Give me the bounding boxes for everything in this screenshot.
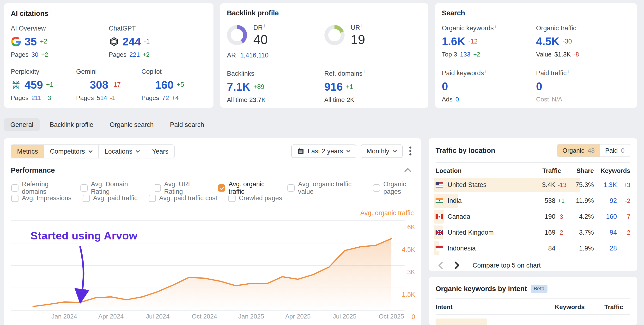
paid-traffic-label-text: Paid traffic	[536, 70, 567, 77]
perplexity-icon	[11, 80, 21, 90]
years-button[interactable]: Years	[146, 145, 174, 158]
next-page-button[interactable]	[452, 261, 462, 270]
chevron-down-icon	[346, 150, 350, 153]
ar-value-link[interactable]: 1,416,110	[240, 52, 268, 59]
ai-metrics-row-2: Perplexity 459 +1 Pages	[11, 68, 207, 102]
ref-domains-value[interactable]: 916	[324, 80, 343, 93]
paid-toggle-button[interactable]: Paid0	[600, 144, 630, 156]
share-cell: 75.3%	[571, 181, 594, 189]
keywords-cell[interactable]: 160	[594, 213, 617, 220]
checkbox-label: Avg. URL Rating	[164, 181, 207, 195]
metric-checkbox[interactable]: Avg. URL Rating	[154, 181, 207, 195]
organic-keywords-value[interactable]: 1.6K	[442, 35, 465, 48]
share-cell: 3.7%	[571, 229, 594, 236]
ai-metric-value[interactable]: 459	[24, 78, 43, 91]
organic-keywords-block: Organic keywordsi 1.6K -12 Top 3 133 +2	[442, 24, 536, 58]
metric-checkbox[interactable]: Avg. organic traffic value	[288, 181, 362, 195]
value-amount: $1.3K	[554, 51, 571, 58]
checkbox[interactable]	[154, 184, 161, 192]
checkbox[interactable]	[11, 184, 18, 192]
metric-checkbox[interactable]: Referring domains	[11, 181, 70, 195]
organic-toggle-button[interactable]: Organic48	[557, 144, 600, 156]
checkbox[interactable]	[82, 195, 90, 202]
pages-value[interactable]: 211	[32, 94, 41, 102]
country-flag-icon	[436, 182, 443, 187]
competitors-button[interactable]: Competitors	[44, 145, 98, 158]
ai-metric-label: AI Overview	[11, 25, 109, 32]
info-icon: i	[485, 69, 486, 74]
checkbox[interactable]	[373, 184, 380, 192]
backlinks-value[interactable]: 7.1K	[227, 80, 250, 93]
keywords-cell[interactable]: 94	[594, 229, 617, 236]
top3-value[interactable]: 133	[460, 51, 470, 58]
checkbox[interactable]	[218, 184, 225, 192]
locations-button[interactable]: Locations	[98, 145, 146, 158]
pages-label: Pages	[11, 94, 28, 102]
share-cell: 4.2%	[571, 213, 594, 220]
keywords-cell[interactable]: 28	[594, 245, 617, 252]
granularity-button[interactable]: Monthly	[361, 144, 403, 158]
checkbox[interactable]	[288, 184, 295, 192]
tab[interactable]: General	[4, 118, 40, 131]
organic-keywords-delta: -12	[468, 38, 478, 45]
intent-column-header: Intent	[436, 303, 551, 311]
country-flag-icon	[436, 214, 443, 219]
pages-value[interactable]: 221	[130, 51, 140, 58]
tab[interactable]: Organic search	[104, 118, 160, 131]
checkbox[interactable]	[80, 184, 88, 192]
ai-citations-card: AI citationsi AI Overview 35 +2	[4, 3, 214, 108]
tab[interactable]: Backlink profile	[44, 118, 100, 131]
ai-source-icon	[76, 80, 87, 90]
pages-delta: +4	[172, 95, 179, 101]
metric-checkbox[interactable]: Avg. organic traffic	[218, 181, 276, 195]
pages-label: Pages	[142, 94, 159, 102]
ur-donut	[324, 25, 344, 45]
table-row: Indonesia 84 1.9% 28	[436, 240, 630, 256]
metric-checkbox[interactable]: Avg. Domain Rating	[80, 181, 143, 195]
checkbox[interactable]	[149, 195, 156, 202]
pages-value[interactable]: 514	[97, 94, 107, 102]
metric-checkbox[interactable]: Crawled pages	[228, 194, 282, 202]
ai-metric-value[interactable]: 308	[90, 78, 108, 91]
keywords-cell[interactable]: 1.3K	[594, 181, 617, 189]
checkbox-label: Avg. Domain Rating	[91, 181, 143, 195]
value-delta: -8	[574, 51, 579, 58]
paid-traffic-value[interactable]: 0	[536, 80, 542, 93]
chatgpt-icon	[109, 36, 119, 47]
checkbox-label: Avg. paid traffic cost	[159, 194, 217, 202]
date-range-button[interactable]: Last 2 years	[291, 144, 356, 158]
metric-checkbox[interactable]: Avg. paid traffic	[82, 194, 138, 202]
compare-top5-link[interactable]: Compare top 5 on chart	[472, 262, 541, 269]
prev-page-button[interactable]	[436, 261, 445, 270]
location-name: Indonesia	[448, 245, 476, 252]
ai-metric-value[interactable]: 160	[155, 78, 174, 91]
pages-value[interactable]: 72	[162, 94, 169, 102]
checkbox[interactable]	[11, 195, 18, 202]
chevron-right-icon	[454, 261, 460, 269]
organic-traffic-delta: -30	[562, 38, 572, 45]
ai-metric-value[interactable]: 35	[24, 35, 37, 48]
paid-keywords-value[interactable]: 0	[442, 80, 448, 93]
traffic-cell: 190	[535, 213, 556, 220]
more-options-button[interactable]	[407, 146, 414, 156]
ref-domains-delta: +1	[346, 83, 353, 91]
collapse-section-button[interactable]	[404, 168, 411, 173]
metric-checkbox[interactable]: Avg. Impressions	[11, 194, 72, 202]
share-cell: 11.9%	[571, 197, 594, 205]
paid-keywords-block: Paid keywordsi 0 Ads 0	[442, 69, 536, 103]
metric-checkbox[interactable]: Avg. paid traffic cost	[149, 194, 217, 202]
metrics-button[interactable]: Metrics	[11, 145, 44, 158]
divider	[436, 298, 630, 298]
organic-traffic-value[interactable]: 4.5K	[536, 35, 560, 48]
organic-traffic-chart[interactable]: 01.5K3K4.5K6KJan 2024Apr 2024Jul 2024Oct…	[4, 210, 421, 325]
ai-metric-value[interactable]: 244	[122, 35, 141, 48]
pages-value[interactable]: 30	[32, 51, 38, 58]
checkbox[interactable]	[228, 195, 236, 202]
keywords-cell[interactable]: 92	[594, 197, 617, 205]
ads-value[interactable]: 0	[456, 96, 459, 103]
tab[interactable]: Paid search	[164, 118, 210, 131]
metric-checkbox[interactable]: Organic pages	[373, 181, 421, 195]
info-icon: i	[364, 69, 365, 74]
calendar-icon	[297, 148, 304, 155]
kebab-menu-icon	[409, 146, 412, 156]
